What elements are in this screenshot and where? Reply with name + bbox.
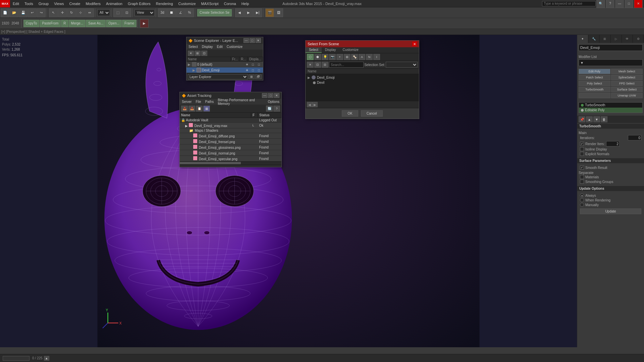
copy-to-btn[interactable]: CopyTo	[23, 20, 40, 27]
se-footer-dropdown[interactable]: Layer Explorer	[188, 74, 248, 79]
nav-up-btn[interactable]: ▲	[586, 116, 593, 122]
at-tb-btn1[interactable]: 📥	[181, 106, 188, 112]
snap-toggle[interactable]: 🔲	[167, 8, 176, 17]
at-row-max-file[interactable]: ▶ Devil_Emoji_vray.max L Ok	[180, 123, 281, 128]
nav-down-btn[interactable]: ▼	[593, 116, 600, 122]
select-region-btn[interactable]: ⬚	[113, 8, 122, 17]
play-anim-btn[interactable]: ▶	[140, 19, 149, 28]
paste-from-btn[interactable]: PasteFrom	[40, 20, 61, 27]
menu-help[interactable]: Help	[239, 1, 252, 6]
sfs-ok-btn[interactable]: OK	[342, 110, 358, 117]
sfs-tab-display[interactable]: Display	[322, 47, 339, 53]
sfs-tree-row-devil-emoji[interactable]: ▶ Devil_Emoji	[306, 75, 418, 80]
at-menu-paths[interactable]: Paths	[203, 99, 216, 105]
at-tb-btn4[interactable]: ▦	[203, 106, 210, 112]
manually-radio[interactable]	[580, 203, 584, 207]
tab-display[interactable]: 👁	[622, 35, 633, 43]
mirror-tool[interactable]: ⇔	[85, 8, 94, 17]
scene-explorer-maximize[interactable]: □	[250, 38, 255, 43]
turbosmooth-btn[interactable]: TurboSmooth	[579, 87, 610, 92]
modifier-list-dropdown[interactable]: ▼	[579, 59, 643, 66]
sfs-helper-btn[interactable]: +	[336, 54, 343, 60]
asset-horizontal-scrollbar[interactable]	[180, 162, 281, 164]
smooth-result-checkbox[interactable]	[580, 166, 584, 170]
se-all-btn[interactable]: ⊞	[195, 51, 201, 56]
scene-explorer-title-bar[interactable]: 🔶 Scene Explorer - Layer E... — □ ✕	[186, 37, 263, 44]
scene-explorer-minimize[interactable]: —	[244, 38, 249, 43]
se-filter-btn[interactable]: ✕	[188, 51, 194, 56]
sfs-collapse-btn[interactable]: ⊟	[322, 62, 328, 68]
obj-vis-display[interactable]: □	[256, 68, 262, 72]
view-dropdown[interactable]: View	[135, 9, 155, 16]
at-maximize[interactable]: □	[268, 93, 273, 98]
sfs-search-input[interactable]	[331, 63, 362, 67]
menu-graph-editors[interactable]: Graph Editors	[125, 1, 153, 6]
close-btn[interactable]: ✕	[634, 0, 643, 8]
sfs-cancel-btn[interactable]: Cancel	[361, 110, 383, 117]
sfs-nav-left[interactable]: ◀	[307, 102, 312, 107]
at-menu-server[interactable]: Server	[180, 99, 194, 105]
sfs-tab-customize[interactable]: Customize	[339, 47, 362, 53]
sfs-bones-btn[interactable]: 🦴	[351, 54, 358, 60]
at-tb-btn3[interactable]: 📋	[196, 106, 203, 112]
layer-vis-render[interactable]: □	[250, 63, 256, 66]
update-options-header[interactable]: Update Options	[577, 186, 644, 191]
update-button[interactable]: Update	[580, 208, 641, 214]
select-tool[interactable]: ↖	[49, 8, 58, 17]
search-input[interactable]	[542, 1, 596, 6]
menu-customize[interactable]: Customize	[176, 1, 199, 6]
at-row-maps-folder[interactable]: 📁 Maps / Shaders	[180, 128, 281, 133]
mesh-select-btn[interactable]: Mesh Select	[611, 69, 643, 74]
fpd-select-btn[interactable]: FPD Select	[611, 81, 643, 86]
patch-select-btn[interactable]: Patch Select	[579, 75, 610, 80]
menu-tools[interactable]: Tools	[22, 1, 36, 6]
window-crossing-btn[interactable]: ⊡	[122, 8, 131, 17]
tab-hierarchy[interactable]: ⊞	[599, 35, 610, 43]
at-menu-file[interactable]: File	[194, 99, 203, 105]
layer-vis-sun[interactable]: ☀	[244, 63, 250, 66]
sfs-tab-select[interactable]: Select	[306, 47, 322, 53]
menu-edit[interactable]: Edit	[10, 1, 22, 6]
save-as-btn[interactable]: Save As...	[86, 20, 106, 27]
menu-create[interactable]: Create	[66, 1, 83, 6]
help-icon[interactable]: ?	[606, 0, 614, 8]
rotate-tool[interactable]: ↻	[67, 8, 76, 17]
viewport-3d[interactable]: Total Polys: 2,532 Verts: 1,268 FPS: 565…	[0, 35, 577, 347]
at-row-vault[interactable]: 🔒 Autodesk Vault Logged Out	[180, 118, 281, 123]
poly-select-btn[interactable]: Poly Select	[579, 81, 610, 86]
scene-explorer-close[interactable]: ✕	[256, 38, 261, 43]
sfs-nav-right[interactable]: ▶	[312, 102, 318, 107]
stack-item-editable-poly[interactable]: Editable Poly	[579, 108, 642, 113]
sfs-tree-row-devil[interactable]: Devil	[306, 80, 418, 85]
search-icon[interactable]: 🔍	[596, 0, 605, 8]
scale-tool[interactable]: ⊹	[76, 8, 85, 17]
at-row-frensel[interactable]: Devil_Emoji_frensel.png Found	[180, 139, 281, 144]
at-row-specular[interactable]: Devil_Emoji_specular.png Found	[180, 156, 281, 162]
merge-btn[interactable]: Merge...	[69, 20, 86, 27]
render-frame-btn[interactable]: 🖼	[274, 8, 283, 17]
restore-btn[interactable]: □	[625, 0, 633, 8]
se-footer-btn1[interactable]: ⊞	[249, 74, 255, 79]
at-help-btn[interactable]: ?	[273, 106, 280, 112]
menu-maxscript[interactable]: MAXScript	[199, 1, 221, 6]
when-rendering-radio[interactable]	[580, 198, 584, 202]
sfs-shape-btn[interactable]: ⬟	[314, 54, 321, 60]
at-close[interactable]: ✕	[274, 93, 279, 98]
undo-btn[interactable]: ↩	[28, 8, 37, 17]
at-menu-options[interactable]: Options	[266, 99, 281, 105]
open-file-btn[interactable]: Open...	[106, 20, 122, 27]
minimize-btn[interactable]: —	[615, 0, 624, 8]
unwrap-uvw-btn[interactable]: Unwrap UVW	[611, 93, 643, 98]
at-row-normal[interactable]: Devil_Emoji_normal.png Found	[180, 150, 281, 156]
menu-animation[interactable]: Animation	[103, 1, 125, 6]
se-menu-customize[interactable]: Customize	[225, 44, 245, 50]
sfs-space-btn[interactable]: ⊞	[344, 54, 351, 60]
se-footer-btn2[interactable]: 🗗	[255, 74, 262, 79]
render-iters-input[interactable]	[606, 141, 620, 146]
menu-views[interactable]: Views	[51, 1, 66, 6]
snap-3d-btn[interactable]: 3d	[158, 8, 167, 17]
keyframe-btn[interactable]: ◀	[235, 8, 244, 17]
tab-utilities[interactable]: ⚙	[633, 35, 644, 43]
always-radio[interactable]	[580, 193, 584, 197]
isoline-checkbox[interactable]	[580, 147, 584, 151]
